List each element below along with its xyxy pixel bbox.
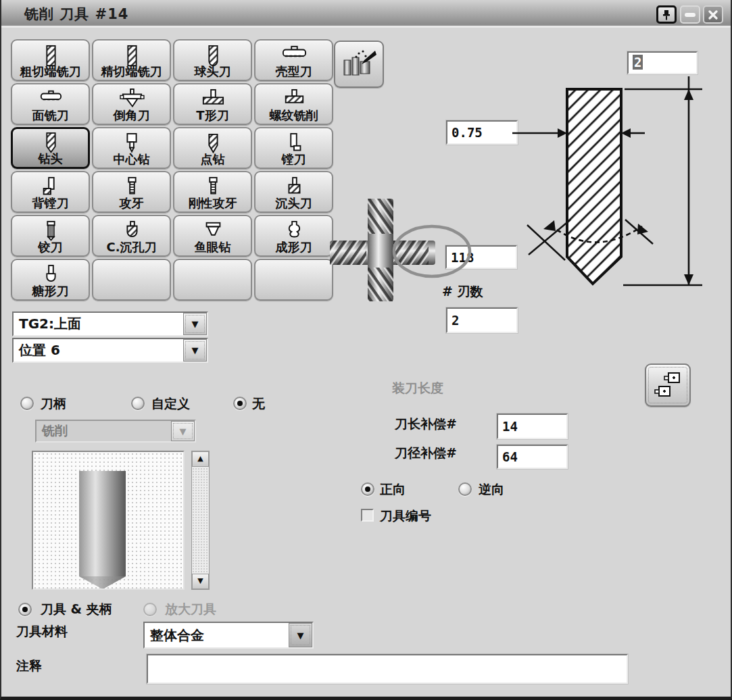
tool-type-label: C.沉孔刀 [106, 239, 156, 255]
scroll-down-button[interactable]: ▼ [192, 574, 209, 589]
tool-group-dropdown[interactable]: TG2:上面 ▼ [12, 311, 208, 336]
holder-length-label: 装刀长度 [392, 380, 443, 397]
tool-group-value: TG2:上面 [14, 315, 183, 333]
diameter-offset-label: 刀径补偿# [395, 445, 457, 462]
tool-type-ball-endmill-button[interactable]: 球头刀 [173, 39, 252, 81]
tool-type-label: 球头刀 [195, 64, 231, 80]
close-button[interactable] [703, 5, 723, 24]
tool-offsets-icon [652, 370, 683, 400]
tool-type-label: 镗刀 [282, 151, 306, 168]
tool-type-form-tool-button[interactable]: 成形刀 [254, 215, 333, 257]
tool-type-label: 糖形刀 [32, 283, 69, 299]
arrow-up-icon: ▲ [197, 454, 203, 463]
pin-button[interactable] [656, 5, 677, 24]
chevron-down-icon: ▼ [180, 426, 187, 436]
tool-type-label: 攻牙 [120, 195, 144, 211]
length-offset-field[interactable] [497, 414, 568, 439]
tool-type-counterbore-button[interactable]: C.沉孔刀 [92, 215, 171, 257]
chevron-down-icon: ▼ [192, 345, 199, 355]
forward-direction-radio[interactable] [361, 482, 374, 496]
tool-type-label: 鱼眼钻 [195, 239, 231, 255]
tool-preview-image [33, 452, 183, 589]
minimize-button[interactable] [680, 5, 700, 24]
none-radio-label: 无 [252, 395, 265, 413]
custom-radio[interactable] [131, 397, 145, 410]
drill-dimension-diagram [508, 64, 732, 294]
drill-outline [567, 89, 621, 284]
tool-type-finish-endmill-button[interactable]: 精切端铣刀 [92, 39, 171, 81]
tool-length-value: 2 [633, 55, 643, 70]
pushpin-icon [662, 9, 671, 20]
tool-diameter-field[interactable] [446, 120, 518, 145]
tool-group-dropdown-arrow-button[interactable]: ▼ [183, 313, 207, 335]
tool-material-value: 整体合金 [145, 626, 289, 645]
tool-type-label: 沉头刀 [276, 195, 312, 211]
tool-material-dropdown-arrow-button[interactable]: ▼ [289, 623, 312, 647]
preview-scrollbar[interactable]: ▲ ▼ [191, 451, 210, 590]
diameter-offset-field[interactable] [497, 445, 568, 469]
tool-number-checkbox[interactable] [361, 509, 374, 522]
tool-type-label: 中心钻 [114, 151, 150, 168]
reverse-direction-label: 逆向 [479, 481, 504, 499]
zoom-tool-radio-label: 放大刀具 [165, 601, 216, 618]
tip-angle-field[interactable] [445, 245, 517, 269]
length-offset-label: 刀长补偿# [395, 416, 457, 433]
tool-material-dropdown[interactable]: 整体合金 ▼ [143, 622, 314, 649]
tool-type-back-bore-button[interactable]: 背镗刀 [11, 171, 90, 213]
scroll-up-button[interactable]: ▲ [192, 451, 209, 467]
position-value: 位置 6 [14, 341, 183, 359]
minimize-icon [685, 12, 696, 18]
position-dropdown-arrow-button[interactable]: ▼ [183, 339, 207, 361]
custom-radio-label: 自定义 [151, 395, 190, 413]
tool-type-center-drill-button[interactable]: 中心钻 [92, 127, 171, 169]
tool-type-empty-button[interactable] [173, 259, 252, 301]
tool-and-holder-radio[interactable] [18, 603, 32, 616]
tool-type-face-mill-button[interactable]: 面铣刀 [11, 83, 90, 125]
tool-type-shell-mill-button[interactable]: 壳型刀 [254, 39, 333, 81]
tool-type-spotface-button[interactable]: 鱼眼钻 [173, 215, 252, 257]
tool-type-label: 精切端铣刀 [101, 64, 162, 80]
tool-type-empty-button[interactable] [254, 259, 333, 301]
tool-type-empty-button[interactable] [92, 259, 171, 301]
tool-type-lollipop-mill-button[interactable]: 糖形刀 [11, 259, 90, 301]
tool-type-countersink-button[interactable]: 沉头刀 [254, 171, 333, 213]
chevron-down-icon: ▼ [192, 319, 199, 329]
tool-material-label: 刀具材料 [16, 623, 68, 641]
tool-length-field[interactable]: 2 [627, 51, 698, 74]
tool-type-thread-mill-button[interactable]: 螺纹铣削 [254, 83, 333, 125]
tool-type-label: 刚性攻牙 [189, 195, 237, 211]
tool-type-rough-endmill-button[interactable]: 粗切端铣刀 [11, 39, 90, 81]
edit-tool-profile-icon [341, 48, 376, 80]
flutes-label: # 刃数 [442, 283, 483, 301]
position-dropdown[interactable]: 位置 6 ▼ [12, 338, 208, 363]
tool-offsets-button[interactable] [645, 364, 691, 407]
tool-type-label: 面铣刀 [32, 107, 69, 124]
tool-type-label: 钻头 [39, 151, 63, 167]
tool-type-spot-drill-button[interactable]: 点钻 [173, 127, 252, 169]
window-title: 铣削 刀具 #14 [24, 5, 128, 24]
tool-type-t-slot-mill-button[interactable]: T形刀 [173, 83, 252, 125]
title-bar: 铣削 刀具 #14 [1, 0, 731, 28]
tool-type-reamer-button[interactable]: 铰刀 [11, 215, 90, 257]
arrow-down-icon: ▼ [197, 576, 203, 585]
tool-type-chamfer-mill-button[interactable]: 倒角刀 [92, 83, 171, 125]
none-radio[interactable] [233, 397, 247, 410]
tool-type-tap-button[interactable]: 攻牙 [92, 171, 171, 213]
milling-type-dropdown-arrow-button: ▼ [171, 421, 195, 441]
reverse-direction-radio[interactable] [458, 482, 472, 496]
chevron-down-icon: ▼ [297, 630, 304, 641]
comment-input[interactable] [147, 654, 628, 684]
forward-direction-label: 正向 [380, 481, 406, 499]
tool-type-drill-button[interactable]: 钻头 [11, 127, 90, 169]
flutes-field[interactable] [446, 307, 518, 333]
holder-radio[interactable] [20, 397, 34, 410]
tool-type-bore-bar-button[interactable]: 镗刀 [254, 127, 333, 169]
tool-type-label: 壳型刀 [276, 64, 312, 80]
tool-number-checkbox-label: 刀具编号 [380, 507, 431, 525]
tool-type-rigid-tap-button[interactable]: 刚性攻牙 [173, 171, 252, 213]
edit-tool-profile-button[interactable] [334, 41, 384, 88]
milling-type-value: 铣削 [36, 422, 171, 440]
comment-label: 注释 [16, 657, 42, 675]
tool-and-holder-radio-label: 刀具 & 夹柄 [41, 601, 112, 618]
tool-type-label: 背镗刀 [32, 195, 69, 211]
